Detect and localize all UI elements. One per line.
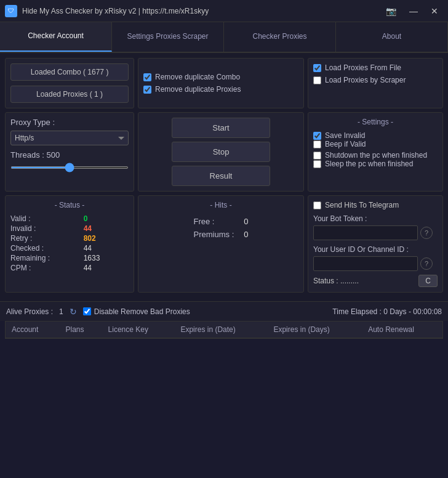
threads-label: Threads : 500 — [10, 150, 129, 160]
load-proxies-scraper-row: Load Proxies by Scraper — [313, 76, 438, 84]
remaining-label: Remaining : — [10, 254, 79, 262]
remove-duplicate-proxies-row: Remove duplicate Proxies — [143, 85, 298, 94]
remove-duplicate-combo-checkbox[interactable] — [143, 73, 151, 81]
close-button[interactable]: ✕ — [426, 4, 443, 18]
user-id-help-icon[interactable]: ? — [420, 257, 433, 270]
load-proxies-file-row: Load Proxies From File — [313, 63, 438, 72]
beep-valid-row: Beep if Valid — [313, 140, 438, 148]
load-proxies-file-label: Load Proxies From File — [325, 63, 401, 72]
action-panel: Start Stop Result — [138, 112, 304, 192]
telegram-status-row: Status : ......... C — [313, 275, 438, 287]
save-invalid-checkbox[interactable] — [313, 132, 321, 140]
invalid-label: Invalid : — [10, 224, 79, 233]
bot-token-row: ? — [313, 225, 438, 240]
hits-grid: Free : 0 Premiums : 0 — [143, 217, 298, 239]
load-proxies-panel: Load Proxies From File Load Proxies by S… — [308, 58, 443, 108]
nav-tabs: Checker Account Settings Proxies Scraper… — [0, 22, 448, 53]
send-hits-label: Send Hits To Telegram — [325, 201, 399, 209]
col-expires-days: Expires in (Days) — [267, 322, 362, 338]
sleep-checkbox[interactable] — [313, 160, 321, 168]
bot-token-input[interactable] — [313, 225, 418, 240]
time-elapsed-container: Time Elapsed : 0 Days - 00:00:08 — [332, 307, 442, 316]
time-elapsed-label: Time Elapsed : — [332, 307, 382, 316]
status-title: - Status - — [10, 201, 129, 209]
time-elapsed-value: 0 Days - 00:00:08 — [383, 307, 442, 316]
beep-valid-label: Beep if Valid — [325, 140, 366, 148]
load-proxies-file-checkbox[interactable] — [313, 64, 321, 72]
app-icon: 🛡 — [5, 5, 17, 17]
retry-label: Retry : — [10, 234, 79, 243]
shutdown-label: Shutdown the pc when finished — [325, 151, 427, 160]
duplicate-panel: Remove duplicate Combo Remove duplicate … — [138, 58, 304, 108]
user-id-row: ? — [313, 256, 438, 271]
hits-panel: - Hits - Free : 0 Premiums : 0 — [138, 195, 304, 293]
hits-title: - Hits - — [143, 201, 298, 209]
clear-button[interactable]: C — [418, 275, 438, 287]
disable-bad-proxies-row: Disable Remove Bad Proxies — [83, 307, 190, 316]
premiums-value: 0 — [244, 230, 248, 239]
camera-button[interactable]: 📷 — [382, 4, 400, 18]
telegram-status-label: Status : — [313, 277, 338, 285]
tab-checker-account[interactable]: Checker Account — [0, 22, 112, 52]
sleep-row: Sleep the pc when finished — [313, 160, 438, 168]
table-header: Account Plans Licence Key Expires in (Da… — [6, 322, 442, 338]
refresh-icon[interactable]: ↻ — [70, 307, 77, 317]
user-id-input[interactable] — [313, 256, 418, 271]
load-proxies-scraper-label: Load Proxies by Scraper — [325, 76, 406, 84]
tab-settings-proxies-scraper[interactable]: Settings Proxies Scraper — [112, 22, 224, 52]
loaded-panel: Loaded Combo ( 1677 ) Loaded Proxies ( 1… — [5, 58, 134, 108]
main-content: Loaded Combo ( 1677 ) Loaded Proxies ( 1… — [0, 53, 448, 301]
col-expires-date: Expires in (Date) — [174, 322, 267, 338]
beep-valid-checkbox[interactable] — [313, 140, 321, 148]
free-label: Free : — [194, 217, 234, 226]
checked-value: 44 — [84, 244, 129, 253]
send-hits-checkbox[interactable] — [313, 201, 321, 209]
remove-duplicate-combo-row: Remove duplicate Combo — [143, 73, 298, 81]
col-licence-key: Licence Key — [102, 322, 175, 338]
loaded-combo-button[interactable]: Loaded Combo ( 1677 ) — [10, 63, 129, 81]
bottom-row: - Status - Valid : 0 Invalid : 44 Retry … — [5, 195, 443, 293]
remove-duplicate-combo-label: Remove duplicate Combo — [155, 73, 240, 81]
loaded-proxies-button[interactable]: Loaded Proxies ( 1 ) — [10, 86, 129, 103]
user-id-label: Your User ID Or Channel ID : — [313, 245, 438, 254]
bot-token-help-icon[interactable]: ? — [420, 227, 433, 239]
invalid-value: 44 — [84, 224, 129, 233]
valid-value: 0 — [84, 214, 129, 223]
shutdown-checkbox[interactable] — [313, 152, 321, 160]
mid-row: Proxy Type : Http/s Socks4 Socks5 Thread… — [5, 112, 443, 192]
save-invalid-row: Save Invalid — [313, 131, 438, 140]
status-panel: - Status - Valid : 0 Invalid : 44 Retry … — [5, 195, 134, 293]
remove-duplicate-proxies-label: Remove duplicate Proxies — [155, 85, 241, 94]
result-button[interactable]: Result — [172, 166, 270, 186]
threads-slider[interactable] — [10, 166, 129, 169]
col-account: Account — [6, 322, 59, 338]
disable-remove-bad-proxies-checkbox[interactable] — [83, 307, 91, 315]
settings-panel: - Settings - Save Invalid Beep if Valid … — [308, 112, 443, 192]
telegram-panel: Send Hits To Telegram Your Bot Token : ?… — [308, 195, 443, 293]
settings-title: - Settings - — [313, 118, 438, 126]
valid-label: Valid : — [10, 214, 79, 223]
alive-proxies-value: 1 — [59, 307, 63, 316]
shutdown-row: Shutdown the pc when finished — [313, 151, 438, 160]
save-invalid-label: Save Invalid — [325, 131, 365, 140]
premiums-label: Premiums : — [194, 230, 234, 239]
footer-bar: Alive Proxies : 1 ↻ Disable Remove Bad P… — [0, 301, 448, 321]
start-button[interactable]: Start — [172, 118, 270, 138]
data-table-wrapper: Account Plans Licence Key Expires in (Da… — [5, 321, 443, 339]
tab-checker-proxies[interactable]: Checker Proxies — [224, 22, 336, 52]
cpm-label: CPM : — [10, 264, 79, 272]
telegram-status-value: ......... — [340, 277, 359, 285]
remove-duplicate-proxies-checkbox[interactable] — [143, 86, 151, 94]
proxy-type-select[interactable]: Http/s Socks4 Socks5 — [10, 131, 129, 145]
remaining-value: 1633 — [84, 254, 129, 262]
window-controls: — ✕ — [405, 4, 443, 18]
minimize-button[interactable]: — — [405, 4, 422, 18]
col-plans: Plans — [59, 322, 102, 338]
data-table: Account Plans Licence Key Expires in (Da… — [6, 322, 442, 338]
stop-button[interactable]: Stop — [172, 142, 270, 162]
retry-value: 802 — [84, 234, 129, 243]
tab-about[interactable]: About — [336, 22, 448, 52]
alive-proxies-label: Alive Proxies : — [6, 307, 53, 316]
sleep-label: Sleep the pc when finished — [325, 160, 413, 168]
load-proxies-scraper-checkbox[interactable] — [313, 76, 321, 84]
